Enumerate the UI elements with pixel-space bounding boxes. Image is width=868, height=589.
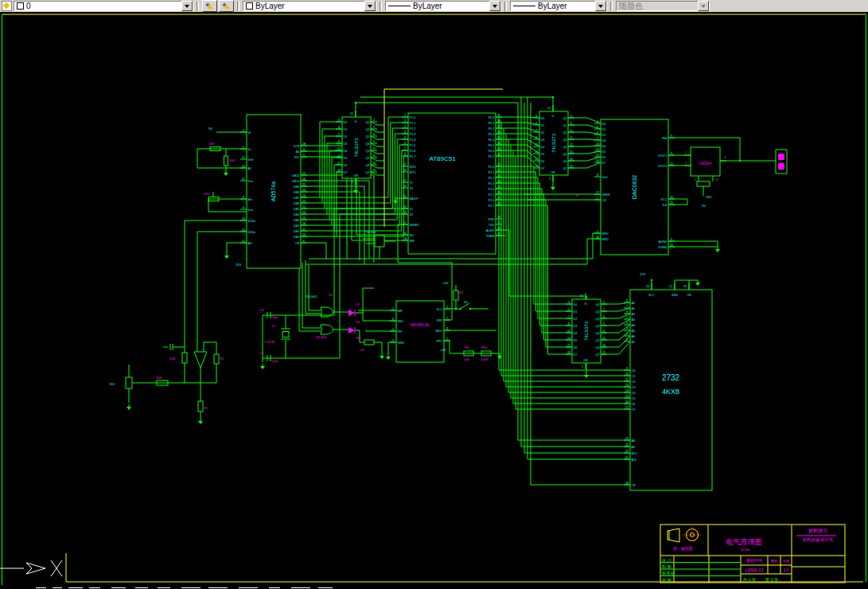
layer-control-dropdown[interactable]: 0 [14,1,193,11]
layer-dropdown-arrow[interactable] [181,1,193,11]
svg-text:10: 10 [497,216,500,219]
svg-text:Q2: Q2 [562,131,566,135]
svg-text:32: 32 [497,153,500,156]
svg-text:P2.5: P2.5 [488,193,495,197]
svg-text:11: 11 [625,378,629,381]
layer-value: 0 [26,2,31,10]
lineweight-control-dropdown[interactable]: ByLayer [510,1,607,11]
svg-text:16: 16 [403,237,407,240]
svg-text:14: 14 [403,185,407,188]
svg-text:Rfb: Rfb [663,137,668,140]
linetype-value: ByLayer [413,2,442,10]
svg-text:D6: D6 [602,156,606,159]
svg-text:A9: A9 [632,446,636,449]
svg-text:Q2: Q2 [595,318,599,321]
svg-text:P2.2: P2.2 [488,177,495,180]
svg-text:D2: D2 [356,302,360,306]
svg-text:19: 19 [570,165,573,168]
svg-text:6: 6 [626,310,628,314]
svg-text:Q5: Q5 [365,157,369,160]
svg-text:2: 2 [570,115,572,118]
svg-text:Q1: Q1 [562,124,566,127]
svg-text:D7: D7 [541,167,545,170]
svg-text:AGND: AGND [659,240,668,244]
layer-states-button[interactable] [219,0,234,12]
svg-text:3: 3 [535,115,537,118]
svg-text:2: 2 [685,151,687,154]
svg-text:14: 14 [242,228,245,232]
svg-text:P2.7: P2.7 [488,205,495,208]
svg-text:Q2: Q2 [365,135,369,138]
svg-text:AD574a: AD574a [271,181,276,201]
svg-text:26: 26 [497,191,500,194]
drawing-canvas[interactable]: X1VL2Vs12Vref10AC11Vss8Bin9Iout1310Vin14… [0,0,868,589]
svg-text:RST: RST [437,319,443,322]
svg-text:10K: 10K [229,158,235,162]
svg-text:DB3: DB3 [294,219,299,222]
svg-text:Q7: Q7 [595,353,599,357]
svg-text:STS: STS [294,145,300,148]
svg-text:15: 15 [596,154,599,157]
svg-text:14: 14 [567,337,570,340]
svg-text:16: 16 [596,159,599,162]
svg-text:13: 13 [242,217,245,220]
lineweight-value: ByLayer [538,2,567,10]
separator [380,2,382,11]
svg-text:O2: O2 [632,380,636,384]
svg-text:D1: D1 [574,310,578,314]
svg-text:5V: 5V [208,127,212,131]
svg-text:16: 16 [372,162,376,165]
svg-text:D1: D1 [344,128,348,131]
svg-text:17: 17 [403,232,407,235]
svg-text:D3: D3 [574,325,578,328]
svg-text:X: X [56,578,56,579]
svg-text:4: 4 [568,308,570,311]
svg-text:A6: A6 [632,335,636,338]
layers-dialog-button[interactable] [202,0,217,12]
svg-text:24: 24 [646,285,649,288]
svg-text:11: 11 [242,177,245,181]
separator [197,2,199,11]
svg-text:EA/VP: EA/VP [410,197,419,201]
svg-text:D5: D5 [541,153,545,156]
svg-text:15: 15 [403,179,407,182]
svg-text:R/C: R/C [294,156,300,159]
svg-text:A11: A11 [632,458,636,462]
svg-text:23: 23 [497,174,500,177]
svg-text:4: 4 [695,178,696,181]
svg-text:第一角投影: 第一角投影 [673,546,693,551]
linetype-control-dropdown[interactable]: ByLayer [385,1,501,11]
svg-text:DB0: DB0 [294,236,299,239]
svg-text:Q1: Q1 [365,128,369,131]
svg-text:5: 5 [404,136,406,139]
linetype-dropdown-arrow[interactable] [489,1,500,11]
svg-text:12: 12 [242,156,245,159]
svg-text:14: 14 [596,148,599,151]
color-dropdown-arrow[interactable] [364,1,376,11]
svg-text:Q5: Q5 [562,153,566,156]
svg-text:74LS00: 74LS00 [365,230,377,234]
svg-text:5V: 5V [702,204,706,208]
svg-text:4: 4 [535,122,537,125]
svg-text:10K: 10K [169,357,176,361]
svg-text:Q3: Q3 [562,138,566,142]
svg-text:15: 15 [625,395,629,398]
svg-text:1:1: 1:1 [784,568,789,572]
svg-text:20: 20 [670,196,673,199]
svg-text:A4: A4 [632,324,636,327]
svg-text:19: 19 [403,205,407,209]
svg-text:9: 9 [671,135,672,138]
svg-text:38: 38 [497,119,500,123]
autocad-window: 0 ByLayer ByLayer ByLayer 随颜色 X [0,0,868,589]
svg-text:P1.5: P1.5 [410,144,416,147]
color-control-dropdown[interactable]: ByLayer [243,1,376,11]
svg-text:AT89C51: AT89C51 [429,155,456,162]
svg-text:P1.4: P1.4 [410,138,416,142]
svg-text:14: 14 [337,154,341,158]
lineweight-dropdown-arrow[interactable] [595,1,606,11]
make-layer-current-icon[interactable] [2,1,12,11]
svg-text:Q4: Q4 [595,332,599,335]
svg-text:6: 6 [570,129,572,132]
svg-text:4: 4 [597,120,598,123]
svg-text:5V: 5V [575,193,579,197]
